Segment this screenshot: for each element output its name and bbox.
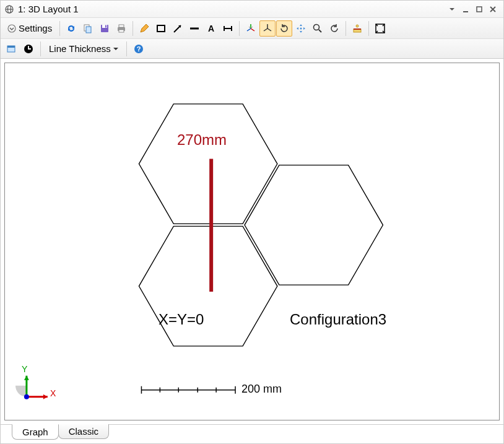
axis-y-label: Y [22,364,27,374]
tab-graph[interactable]: Graph [12,424,59,440]
text-tool-button[interactable]: A [203,20,219,37]
svg-rect-7 [86,27,91,33]
svg-text:A: A [208,24,214,33]
svg-marker-53 [24,376,29,380]
svg-line-29 [319,30,321,32]
dimension-tool-button[interactable] [220,20,236,37]
line-thickness-button[interactable]: Line Thickness [45,41,123,57]
svg-point-28 [314,24,319,30]
window-title: 1: 3D Layout 1 [18,4,79,14]
scale-label: 200 mm [241,383,282,396]
line-thickness-label: Line Thickness [49,43,111,54]
svg-point-27 [300,27,302,29]
svg-text:?: ? [136,45,141,53]
tab-classic[interactable]: Classic [58,424,109,439]
close-button[interactable] [486,3,500,15]
toolbar-main: Settings A [1,18,503,39]
pencil-button[interactable] [136,20,152,37]
drawing-canvas [5,63,499,420]
settings-label: Settings [19,23,52,33]
rectangle-tool-button[interactable] [153,20,169,37]
svg-rect-3 [463,11,468,12]
axis-top-button[interactable] [259,20,276,37]
print-button[interactable] [113,20,129,37]
svg-point-5 [8,25,15,32]
help-button[interactable]: ? [131,41,147,57]
pan-button[interactable] [293,20,309,37]
save-button[interactable] [97,20,113,37]
svg-rect-10 [105,25,106,27]
config-label: Configuration3 [290,311,386,328]
svg-rect-4 [477,7,482,12]
svg-line-26 [264,28,267,31]
dropdown-button[interactable] [445,3,459,15]
tabstrip: Graph Classic [1,424,503,442]
titlebar: 1: 3D Layout 1 [1,1,503,18]
update-button[interactable] [20,41,37,57]
svg-marker-39 [139,104,277,224]
maximize-button[interactable] [472,3,486,15]
svg-rect-35 [7,46,15,48]
svg-point-54 [24,394,29,399]
copy-button[interactable] [80,20,96,37]
toolbar-secondary: Line Thickness ? [1,39,503,59]
axis-3d-button[interactable] [243,20,259,37]
window-mode-button[interactable] [3,41,19,57]
svg-rect-12 [119,25,124,27]
section-button[interactable] [349,20,365,37]
undo-view-button[interactable] [326,20,342,37]
settings-button[interactable]: Settings [3,20,56,37]
app-icon [4,4,14,14]
svg-marker-41 [245,165,383,285]
svg-rect-14 [157,25,165,32]
fit-view-button[interactable] [372,20,388,37]
svg-rect-13 [119,30,124,32]
svg-line-22 [251,28,254,31]
svg-marker-51 [43,394,48,399]
minimize-button[interactable] [459,3,472,15]
zoom-button[interactable] [310,20,326,37]
svg-point-32 [356,25,358,27]
dimension-label: 270mm [177,131,227,149]
rotate-view-button[interactable] [276,20,292,37]
line-tool-button[interactable] [186,20,202,37]
viewport[interactable]: 270mm X=Y=0 Configuration3 200 mm X Y [4,63,500,420]
origin-label: X=Y=0 [159,311,204,328]
svg-line-23 [247,28,251,31]
arrow-tool-button[interactable] [170,20,186,37]
svg-line-25 [267,28,271,31]
axis-x-label: X [50,388,56,398]
refresh-button[interactable] [63,20,79,37]
